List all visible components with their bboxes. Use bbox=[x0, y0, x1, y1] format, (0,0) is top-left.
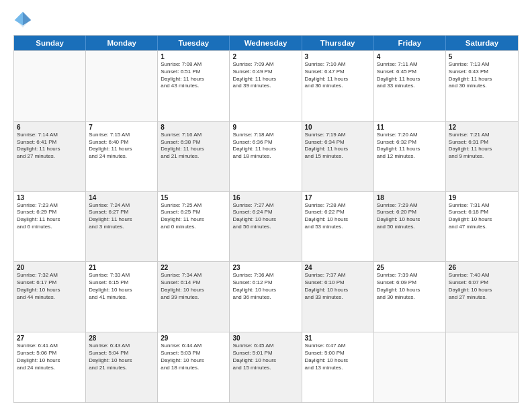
cell-line: Sunset: 6:32 PM bbox=[377, 139, 443, 146]
cell-line: and 53 minutes. bbox=[305, 224, 371, 231]
cell-line: Sunset: 6:34 PM bbox=[305, 139, 371, 146]
cell-line: Daylight: 11 hours bbox=[305, 76, 371, 83]
cell-line: Daylight: 11 hours bbox=[305, 146, 371, 153]
day-number: 30 bbox=[232, 334, 298, 342]
cell-line: Sunset: 5:00 PM bbox=[305, 350, 371, 357]
day-number: 11 bbox=[377, 124, 443, 131]
calendar-cell-1-1: 7Sunrise: 7:15 AMSunset: 6:40 PMDaylight… bbox=[86, 122, 158, 191]
cell-line: Daylight: 10 hours bbox=[305, 216, 371, 224]
cell-line: Sunrise: 6:41 AM bbox=[17, 342, 83, 350]
cell-line: and 0 minutes. bbox=[161, 224, 226, 231]
cell-line: and 21 minutes. bbox=[161, 153, 226, 161]
day-number: 3 bbox=[305, 53, 371, 60]
cell-line: Sunrise: 7:40 AM bbox=[449, 272, 515, 279]
cell-line: Sunrise: 7:14 AM bbox=[17, 132, 83, 139]
day-number: 9 bbox=[232, 124, 298, 131]
cell-line: Sunset: 6:18 PM bbox=[449, 209, 515, 216]
day-number: 1 bbox=[161, 53, 226, 60]
cell-line: Sunrise: 7:24 AM bbox=[89, 202, 154, 210]
cell-line: Sunset: 6:36 PM bbox=[232, 139, 298, 146]
cell-line: Sunrise: 7:27 AM bbox=[232, 202, 298, 210]
cell-line: Sunset: 6:29 PM bbox=[17, 209, 83, 216]
calendar-cell-2-0: 13Sunrise: 7:23 AMSunset: 6:29 PMDayligh… bbox=[14, 192, 86, 262]
calendar-cell-2-3: 16Sunrise: 7:27 AMSunset: 6:24 PMDayligh… bbox=[230, 192, 302, 262]
cell-line: Sunrise: 6:47 AM bbox=[305, 342, 371, 350]
cell-line: and 44 minutes. bbox=[17, 294, 83, 302]
cell-line: Sunrise: 7:37 AM bbox=[305, 272, 371, 279]
day-number: 27 bbox=[17, 334, 83, 342]
day-number: 20 bbox=[17, 264, 83, 271]
cell-line: Daylight: 11 hours bbox=[161, 76, 226, 83]
cell-line: and 56 minutes. bbox=[232, 224, 298, 231]
day-number: 21 bbox=[89, 264, 154, 271]
calendar-cell-2-1: 14Sunrise: 7:24 AMSunset: 6:27 PMDayligh… bbox=[86, 192, 158, 262]
cell-line: Sunset: 5:01 PM bbox=[232, 350, 298, 357]
calendar-cell-1-3: 9Sunrise: 7:18 AMSunset: 6:36 PMDaylight… bbox=[230, 122, 302, 191]
cell-line: Daylight: 11 hours bbox=[377, 76, 443, 83]
cell-line: Sunset: 6:51 PM bbox=[161, 68, 226, 76]
cell-line: Daylight: 11 hours bbox=[17, 216, 83, 224]
cell-line: Daylight: 10 hours bbox=[89, 287, 154, 294]
calendar-cell-4-4: 31Sunrise: 6:47 AMSunset: 5:00 PMDayligh… bbox=[302, 332, 374, 402]
header-day-tuesday: Tuesday bbox=[158, 36, 230, 50]
cell-line: and 27 minutes. bbox=[17, 153, 83, 161]
cell-line: Sunset: 6:25 PM bbox=[161, 209, 226, 216]
calendar-cell-2-5: 18Sunrise: 7:29 AMSunset: 6:20 PMDayligh… bbox=[374, 192, 446, 262]
logo bbox=[13, 11, 35, 30]
cell-line: and 27 minutes. bbox=[449, 294, 515, 302]
day-number: 19 bbox=[449, 194, 515, 201]
cell-line: Sunrise: 7:36 AM bbox=[232, 272, 298, 279]
calendar-row-1: 6Sunrise: 7:14 AMSunset: 6:41 PMDaylight… bbox=[14, 121, 518, 191]
cell-line: and 15 minutes. bbox=[232, 365, 298, 372]
cell-line: Sunset: 6:27 PM bbox=[89, 209, 154, 216]
cell-line: Daylight: 11 hours bbox=[232, 76, 298, 83]
calendar-cell-3-0: 20Sunrise: 7:32 AMSunset: 6:17 PMDayligh… bbox=[14, 262, 86, 332]
day-number: 18 bbox=[377, 194, 443, 201]
calendar-row-0: 1Sunrise: 7:08 AMSunset: 6:51 PMDaylight… bbox=[14, 50, 518, 121]
cell-line: and 3 minutes. bbox=[89, 224, 154, 231]
cell-line: and 41 minutes. bbox=[89, 294, 154, 302]
day-number: 6 bbox=[17, 124, 83, 131]
cell-line: Sunset: 6:10 PM bbox=[305, 279, 371, 287]
calendar-cell-1-2: 8Sunrise: 7:16 AMSunset: 6:38 PMDaylight… bbox=[158, 122, 230, 191]
day-number: 2 bbox=[232, 53, 298, 60]
cell-line: Sunset: 6:47 PM bbox=[305, 68, 371, 76]
cell-line: Sunset: 6:17 PM bbox=[17, 279, 83, 287]
cell-line: Sunrise: 7:08 AM bbox=[161, 61, 226, 68]
calendar-cell-3-2: 22Sunrise: 7:34 AMSunset: 6:14 PMDayligh… bbox=[158, 262, 230, 332]
cell-line: and 36 minutes. bbox=[232, 294, 298, 302]
calendar-cell-2-6: 19Sunrise: 7:31 AMSunset: 6:18 PMDayligh… bbox=[446, 192, 518, 262]
cell-line: Daylight: 10 hours bbox=[449, 287, 515, 294]
header bbox=[13, 11, 519, 30]
cell-line: Sunrise: 6:43 AM bbox=[89, 342, 154, 350]
cell-line: and 13 minutes. bbox=[305, 365, 371, 372]
cell-line: and 12 minutes. bbox=[377, 153, 443, 161]
day-number: 15 bbox=[161, 194, 226, 201]
calendar-cell-4-1: 28Sunrise: 6:43 AMSunset: 5:04 PMDayligh… bbox=[86, 332, 158, 402]
calendar-cell-1-4: 10Sunrise: 7:19 AMSunset: 6:34 PMDayligh… bbox=[302, 122, 374, 191]
cell-line: Daylight: 11 hours bbox=[161, 146, 226, 153]
day-number: 13 bbox=[17, 194, 83, 201]
cell-line: Daylight: 10 hours bbox=[377, 216, 443, 224]
cell-line: Sunrise: 7:20 AM bbox=[377, 132, 443, 139]
calendar-cell-0-1 bbox=[86, 51, 158, 121]
cell-line: Daylight: 10 hours bbox=[89, 357, 154, 365]
calendar-cell-3-5: 25Sunrise: 7:39 AMSunset: 6:09 PMDayligh… bbox=[374, 262, 446, 332]
cell-line: Sunrise: 7:31 AM bbox=[449, 202, 515, 210]
cell-line: Sunrise: 7:33 AM bbox=[89, 272, 154, 279]
cell-line: Sunrise: 7:21 AM bbox=[449, 132, 515, 139]
day-number: 8 bbox=[161, 124, 226, 131]
calendar-cell-4-3: 30Sunrise: 6:45 AMSunset: 5:01 PMDayligh… bbox=[230, 332, 302, 402]
header-day-sunday: Sunday bbox=[14, 36, 86, 50]
cell-line: and 24 minutes. bbox=[89, 153, 154, 161]
cell-line: Daylight: 11 hours bbox=[89, 216, 154, 224]
cell-line: and 15 minutes. bbox=[305, 153, 371, 161]
calendar-cell-3-4: 24Sunrise: 7:37 AMSunset: 6:10 PMDayligh… bbox=[302, 262, 374, 332]
cell-line: Daylight: 11 hours bbox=[449, 76, 515, 83]
cell-line: Daylight: 10 hours bbox=[232, 216, 298, 224]
svg-marker-1 bbox=[23, 12, 31, 26]
header-day-thursday: Thursday bbox=[302, 36, 374, 50]
cell-line: Sunrise: 7:25 AM bbox=[161, 202, 226, 210]
day-number: 4 bbox=[377, 53, 443, 60]
calendar-cell-4-2: 29Sunrise: 6:44 AMSunset: 5:03 PMDayligh… bbox=[158, 332, 230, 402]
